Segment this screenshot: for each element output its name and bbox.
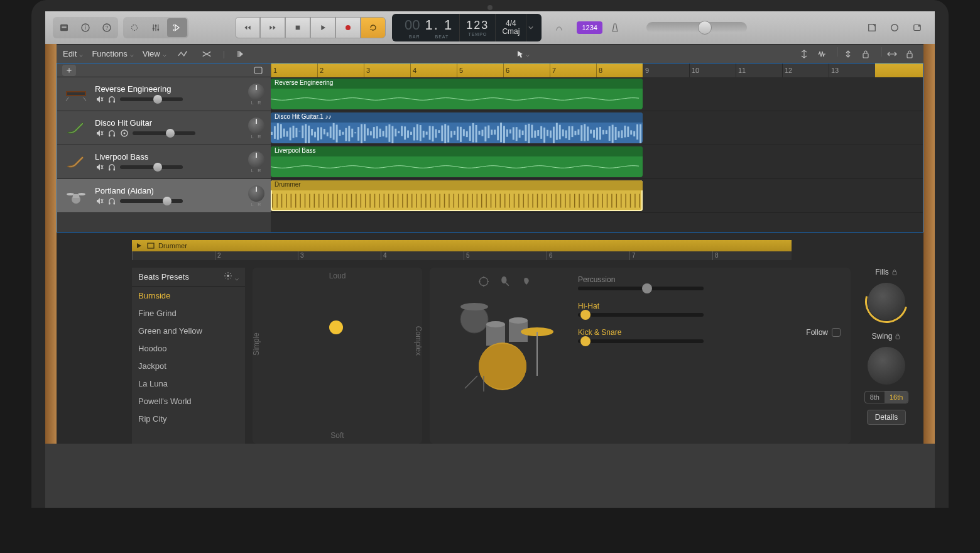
tambourine-icon[interactable] [477, 275, 490, 288]
fills-lock-icon[interactable] [891, 269, 898, 275]
swing-knob[interactable] [868, 347, 905, 385]
track-volume-slider[interactable]: .track-row:nth-child(3) .track-vol::afte… [120, 165, 183, 169]
hihat-slider[interactable]: .kc-slider.yellow::after{left:6%} [578, 313, 704, 317]
loop-browser-icon[interactable] [885, 18, 905, 37]
editors-icon[interactable] [167, 18, 187, 37]
edit-menu[interactable]: Edit [63, 49, 83, 58]
stop-button[interactable] [285, 17, 310, 38]
mute-icon[interactable] [95, 197, 104, 205]
pan-knob[interactable] [248, 185, 264, 202]
track-row[interactable]: Portland (Aidan) .track-row:nth-child(4)… [57, 179, 271, 213]
rewind-button[interactable] [235, 17, 260, 38]
lcd-dropdown-icon[interactable] [526, 14, 535, 41]
drummer-ruler-tick[interactable]: 6 [547, 251, 629, 260]
drummer-ruler-tick[interactable]: 5 [464, 251, 547, 260]
info-icon[interactable]: i [75, 18, 95, 37]
ruler-bar[interactable]: 12 [782, 63, 829, 77]
preset-item[interactable]: Jackpot [132, 357, 245, 375]
lcd-tempo[interactable]: 123 [466, 19, 489, 31]
headphones-icon[interactable] [107, 197, 116, 205]
play-button[interactable] [310, 17, 335, 38]
presets-gear-icon[interactable] [224, 271, 239, 282]
timeline[interactable]: 12345678910111213 Reverse Engineering Di… [271, 63, 923, 232]
ruler-bar[interactable]: 8 [596, 63, 643, 77]
mute-icon[interactable] [95, 95, 104, 104]
drummer-ruler[interactable]: 2345678 [132, 251, 792, 260]
ruler-bar[interactable]: 1 [271, 63, 317, 77]
forward-button[interactable] [260, 17, 285, 38]
clap-icon[interactable] [520, 275, 533, 288]
pan-knob[interactable] [248, 151, 264, 168]
swing-8th[interactable]: 8th [865, 391, 885, 403]
notepad-icon[interactable] [862, 18, 882, 37]
xy-pad[interactable]: Loud Soft Simple Complex [253, 268, 422, 444]
ruler-bar[interactable]: 9 [643, 63, 689, 77]
fills-knob[interactable] [868, 283, 905, 320]
ruler-bar[interactable]: 2 [317, 63, 364, 77]
ruler-bar[interactable]: 10 [689, 63, 736, 77]
headphones-icon[interactable] [107, 163, 116, 172]
ruler-bar[interactable]: 13 [829, 63, 875, 77]
drummer-ruler-tick[interactable]: 2 [215, 251, 298, 260]
drummer-ruler-tick[interactable]: 3 [298, 251, 381, 260]
lcd-bar[interactable]: 1. 1 [420, 17, 453, 33]
drummer-ruler-tick[interactable] [132, 251, 215, 260]
play-region-icon[interactable] [136, 243, 143, 249]
preset-item[interactable]: Hoodoo [132, 339, 245, 357]
metronome-icon[interactable] [605, 18, 625, 37]
functions-menu[interactable]: Functions [92, 49, 133, 58]
pan-knob[interactable] [248, 84, 264, 100]
ruler-bar[interactable]: 7 [550, 63, 596, 77]
pan-knob[interactable] [248, 118, 264, 134]
tuner-icon[interactable] [549, 18, 569, 37]
drummer-ruler-tick[interactable]: 7 [629, 251, 712, 260]
media-browser-icon[interactable] [907, 18, 927, 37]
lock-icon[interactable] [858, 47, 873, 61]
input-monitor-icon[interactable] [120, 129, 129, 138]
smart-controls-icon[interactable] [124, 18, 144, 37]
bar-ruler[interactable]: 12345678910111213 [271, 63, 923, 77]
region[interactable]: Disco Hit Guitar.1 ♪♪ [271, 112, 643, 143]
vzoom-icon[interactable] [797, 47, 812, 61]
track-header-menu-icon[interactable] [251, 63, 266, 77]
hzoom-icon[interactable] [885, 47, 900, 61]
lcd-key[interactable]: Cmaj [502, 28, 520, 36]
region[interactable]: Drummer [271, 180, 643, 211]
vzoom2-icon[interactable] [841, 47, 856, 61]
ruler-bar[interactable]: 6 [503, 63, 550, 77]
track-row[interactable]: Disco Hit Guitar .track-row:nth-child(2)… [57, 111, 271, 145]
add-track-button[interactable]: ＋ [62, 65, 76, 76]
preset-item[interactable]: Fine Grind [132, 304, 245, 322]
mute-icon[interactable] [95, 163, 104, 172]
preset-item[interactable]: Green and Yellow [132, 322, 245, 339]
track-row[interactable]: Reverse Engineering .track-row:nth-child… [57, 77, 271, 111]
automation-icon[interactable] [175, 47, 190, 61]
region[interactable]: Reverse Engineering [271, 79, 643, 109]
ruler-bar[interactable]: 11 [736, 63, 782, 77]
kicksnare-slider[interactable] [578, 339, 704, 343]
preset-item[interactable]: La Luna [132, 375, 245, 392]
cycle-button[interactable] [361, 17, 386, 38]
drummer-ruler-tick[interactable]: 4 [381, 251, 464, 260]
ruler-bar[interactable]: 5 [457, 63, 503, 77]
flex-icon[interactable] [199, 47, 214, 61]
swing-16th[interactable]: 16th [885, 391, 908, 403]
count-in-badge[interactable]: 1234 [577, 21, 602, 34]
xy-puck[interactable] [329, 320, 343, 334]
headphones-icon[interactable] [107, 129, 116, 138]
mixer-icon[interactable] [146, 18, 166, 37]
catch-icon[interactable] [234, 47, 249, 61]
drum-kit-graphic[interactable] [440, 275, 565, 436]
preset-item[interactable]: Burnside [132, 287, 245, 304]
lock2-icon[interactable] [902, 47, 917, 61]
view-menu[interactable]: View [143, 49, 166, 58]
region[interactable]: Liverpool Bass [271, 146, 643, 177]
track-volume-slider[interactable]: .track-row:nth-child(2) .track-vol::afte… [133, 131, 195, 135]
track-volume-slider[interactable]: .track-row:nth-child(1) .track-vol::afte… [120, 97, 183, 101]
pointer-tool-icon[interactable] [515, 47, 530, 61]
master-volume-slider[interactable] [646, 22, 747, 33]
follow-checkbox[interactable] [832, 328, 841, 337]
details-button[interactable]: Details [867, 410, 906, 425]
ruler-bar[interactable]: 3 [364, 63, 410, 77]
record-button[interactable] [335, 17, 361, 38]
